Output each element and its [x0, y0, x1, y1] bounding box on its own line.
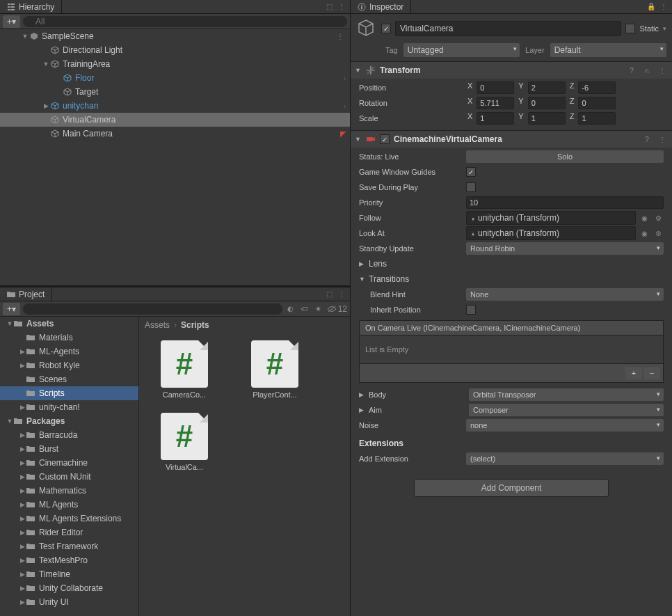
scale-y-input[interactable]	[528, 112, 566, 125]
scale-z-input[interactable]	[578, 112, 616, 125]
hierarchy-search-input[interactable]	[23, 16, 347, 27]
follow-field[interactable]: ⬧unitychan (Transform)	[466, 211, 636, 225]
rotation-y-input[interactable]	[528, 97, 566, 109]
chevron-right-icon: ›	[344, 74, 346, 82]
filter-label-icon[interactable]: 🏷	[299, 303, 310, 315]
folder-item[interactable]: Scenes	[0, 372, 138, 386]
position-z-input[interactable]	[578, 81, 616, 94]
hierarchy-item[interactable]: ▼SampleScene⋮	[0, 29, 350, 43]
folder-item[interactable]: ▶Barracuda	[0, 428, 138, 442]
panel-maximize-icon[interactable]: ⬚	[323, 289, 335, 300]
hierarchy-item[interactable]: ▶unitychan›	[0, 99, 350, 113]
transitions-section[interactable]: ▼ Transitions	[359, 271, 664, 287]
add-component-button[interactable]: Add Component	[414, 479, 609, 497]
asset-item[interactable]: #CameraCo...	[146, 340, 223, 399]
folder-item[interactable]: ▶Mathematics	[0, 484, 138, 498]
favorite-icon[interactable]: ★	[313, 303, 324, 315]
transform-header[interactable]: ▼ Transform ? ⎌ ⋮	[351, 62, 672, 79]
rotation-z-input[interactable]	[578, 97, 616, 109]
aim-dropdown[interactable]: Composer	[469, 404, 664, 416]
vcam-enabled-checkbox[interactable]	[380, 134, 390, 144]
tag-dropdown[interactable]: Untagged	[403, 43, 520, 57]
folder-item[interactable]: ▼Packages	[0, 414, 138, 428]
help-icon[interactable]: ?	[626, 65, 637, 76]
panel-menu-icon[interactable]: ⋮	[336, 1, 347, 13]
panel-menu-icon[interactable]: ⋮	[658, 1, 669, 13]
hierarchy-item[interactable]: Target	[0, 85, 350, 99]
folder-item[interactable]: ▶Test Framework	[0, 539, 138, 553]
target-icon[interactable]: ◉	[639, 228, 650, 239]
position-x-input[interactable]	[477, 81, 514, 94]
panel-menu-icon[interactable]: ⋮	[336, 289, 347, 300]
gear-icon[interactable]: ⚙	[653, 212, 664, 223]
breadcrumb-item[interactable]: Assets	[145, 320, 170, 330]
name-input[interactable]	[395, 21, 621, 36]
noise-dropdown[interactable]: none	[466, 419, 664, 432]
asset-item[interactable]: #VirtualCa...	[146, 413, 223, 471]
add-event-button[interactable]: +	[625, 367, 642, 379]
folder-item[interactable]: ▶Custom NUnit	[0, 470, 138, 484]
remove-event-button[interactable]: −	[643, 367, 660, 379]
folder-item[interactable]: ▶ML Agents Extensions	[0, 512, 138, 526]
folder-item[interactable]: ▶Burst	[0, 442, 138, 456]
scene-menu-icon[interactable]: ⋮	[335, 31, 346, 42]
folder-item[interactable]: ▼Assets	[0, 317, 138, 331]
lock-icon[interactable]: 🔒	[646, 1, 657, 13]
folder-item[interactable]: ▶Robot Kyle	[0, 358, 138, 372]
asset-item[interactable]: #PlayerCont...	[237, 340, 313, 399]
gear-icon[interactable]: ⚙	[653, 228, 664, 239]
hierarchy-tab[interactable]: Hierarchy	[0, 0, 62, 13]
folder-item[interactable]: ▶ML-Agents	[0, 345, 138, 358]
rotation-x-input[interactable]	[477, 97, 514, 109]
hierarchy-item[interactable]: VirtualCamera	[0, 113, 350, 127]
folder-item[interactable]: Materials	[0, 331, 138, 345]
add-button[interactable]: +▾	[3, 15, 20, 28]
panel-maximize-icon[interactable]: ⬚	[323, 1, 335, 13]
lookat-field[interactable]: ⬧unitychan (Transform)	[466, 226, 636, 240]
body-dropdown[interactable]: Orbital Transposer	[469, 388, 664, 401]
layer-dropdown[interactable]: Default	[550, 43, 666, 57]
hierarchy-item[interactable]: Floor›	[0, 71, 350, 85]
scale-x-input[interactable]	[477, 112, 514, 125]
filter-type-icon[interactable]: ◐	[285, 303, 296, 315]
folder-item[interactable]: ▶Unity UI	[0, 595, 138, 609]
vcam-header[interactable]: ▼ CinemachineVirtualCamera ? ⋮	[351, 131, 672, 148]
preset-icon[interactable]: ⎌	[641, 65, 653, 76]
component-menu-icon[interactable]: ⋮	[657, 65, 668, 76]
position-y-input[interactable]	[528, 81, 566, 94]
hierarchy-item[interactable]: Directional Light	[0, 43, 350, 57]
standby-dropdown[interactable]: Round Robin	[466, 242, 664, 255]
gameobject-icon[interactable]	[356, 18, 377, 39]
inherit-checkbox[interactable]	[466, 305, 476, 315]
hierarchy-item[interactable]: ▼TrainingArea	[0, 57, 350, 71]
save-checkbox[interactable]	[466, 182, 476, 192]
guides-checkbox[interactable]	[466, 167, 476, 177]
target-icon[interactable]: ◉	[639, 212, 650, 223]
enabled-checkbox[interactable]	[381, 24, 391, 33]
addext-dropdown[interactable]: (select)	[466, 452, 664, 465]
folder-item[interactable]: ▶Cinemachine	[0, 456, 138, 470]
folder-item[interactable]: ▶unity-chan!	[0, 400, 138, 414]
component-menu-icon[interactable]: ⋮	[657, 134, 668, 145]
folder-item[interactable]: ▶TextMeshPro	[0, 553, 138, 567]
folder-item[interactable]: ▶Unity Collaborate	[0, 581, 138, 595]
folder-item[interactable]: ▶Rider Editor	[0, 526, 138, 539]
project-tab[interactable]: Project	[0, 287, 52, 301]
folder-item[interactable]: ▶ML Agents	[0, 498, 138, 512]
static-label: Static	[639, 24, 659, 33]
folder-item[interactable]: Scripts	[0, 386, 138, 400]
solo-button[interactable]: Solo	[466, 150, 664, 163]
hidden-icon[interactable]: 12	[327, 303, 347, 315]
add-button[interactable]: +▾	[3, 303, 20, 315]
static-dropdown-icon[interactable]: ▾	[663, 25, 666, 32]
project-search-input[interactable]	[23, 303, 282, 315]
folder-item[interactable]: ▶Timeline	[0, 567, 138, 581]
help-icon[interactable]: ?	[641, 134, 653, 145]
static-checkbox[interactable]	[625, 24, 635, 33]
lens-section[interactable]: ▶ Lens	[359, 256, 664, 271]
priority-input[interactable]	[466, 196, 664, 209]
blendhint-dropdown[interactable]: None	[466, 288, 664, 301]
hierarchy-item[interactable]: Main Camera◤	[0, 127, 350, 141]
breadcrumb-item[interactable]: Scripts	[181, 320, 209, 330]
inspector-tab[interactable]: Inspector	[351, 0, 411, 13]
